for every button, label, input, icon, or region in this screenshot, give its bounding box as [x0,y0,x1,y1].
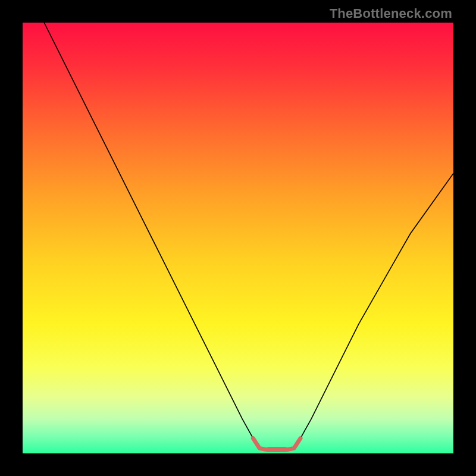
chart-background-gradient [23,23,453,453]
watermark-text: TheBottleneck.com [330,6,452,21]
chart-plot-area [23,23,453,453]
chart-svg [23,23,453,453]
chart-frame: TheBottleneck.com [0,0,476,476]
